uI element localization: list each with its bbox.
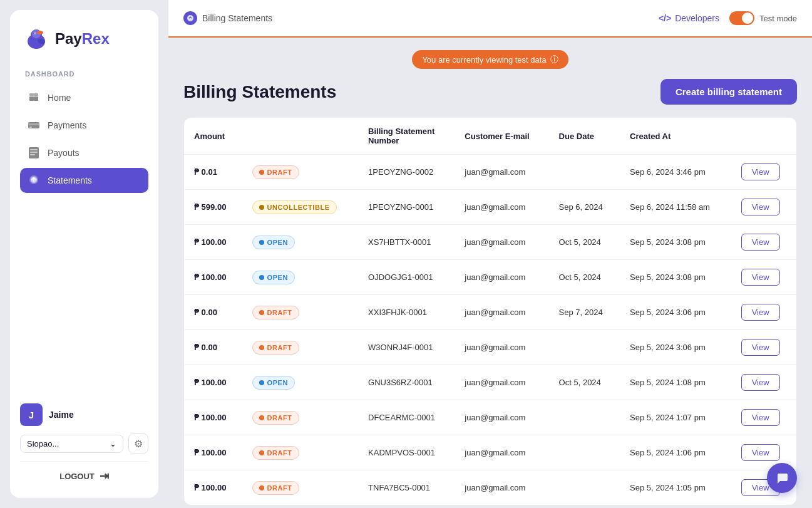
logo-text: PayRex [55, 30, 110, 48]
cell-amount: ₱ 100.00 [184, 260, 242, 295]
svg-point-5 [34, 33, 35, 33]
cell-number: XXI3FHJK-0001 [358, 295, 455, 330]
cell-action: View [731, 330, 796, 365]
status-dot [259, 170, 264, 175]
cell-number: GNU3S6RZ-0001 [358, 365, 455, 400]
cell-email: juan@gmail.com [455, 330, 548, 365]
cell-amount: ₱ 100.00 [184, 225, 242, 260]
status-dot [259, 380, 264, 385]
cell-amount: ₱ 599.00 [184, 190, 242, 225]
view-button[interactable]: View [741, 269, 780, 286]
cell-amount: ₱ 100.00 [184, 435, 242, 470]
table-row: ₱ 100.00 DRAFT DFCEARMC-0001 juan@gmail.… [184, 400, 796, 435]
status-dot [259, 345, 264, 350]
status-label: DRAFT [267, 168, 292, 176]
cell-status: DRAFT [242, 330, 359, 365]
test-data-banner: You are currently viewing test data ⓘ [412, 50, 568, 69]
svg-point-20 [187, 15, 193, 21]
create-billing-statement-button[interactable]: Create billing statement [660, 79, 797, 105]
cell-amount: ₱ 0.00 [184, 295, 242, 330]
table-row: ₱ 100.00 OPEN OJDOGJG1-0001 juan@gmail.c… [184, 260, 796, 295]
toggle-knob [742, 13, 753, 24]
table-row: ₱ 100.00 OPEN XS7HBTTX-0001 juan@gmail.c… [184, 225, 796, 260]
chat-button[interactable] [767, 463, 797, 493]
test-mode-toggle[interactable]: Test mode [729, 11, 797, 25]
view-button[interactable]: View [741, 444, 780, 461]
view-button[interactable]: View [741, 234, 780, 251]
sidebar-item-statements[interactable]: Statements [20, 168, 148, 193]
cell-created-at: Sep 5, 2024 1:08 pm [620, 365, 731, 400]
view-button[interactable]: View [741, 339, 780, 356]
cell-email: juan@gmail.com [455, 190, 548, 225]
sidebar-item-payments-label: Payments [48, 120, 86, 130]
main-content: Billing Statements </> Developers Test m… [168, 0, 812, 508]
view-button[interactable]: View [741, 409, 780, 426]
cell-email: juan@gmail.com [455, 260, 548, 295]
cell-amount: ₱ 0.00 [184, 330, 242, 365]
cell-created-at: Sep 5, 2024 3:08 pm [620, 260, 731, 295]
topbar: Billing Statements </> Developers Test m… [168, 0, 812, 38]
col-number: Billing StatementNumber [358, 118, 455, 155]
cell-created-at: Sep 5, 2024 1:05 pm [620, 470, 731, 505]
cell-action: View [731, 365, 796, 400]
cell-email: juan@gmail.com [455, 155, 548, 190]
status-dot [259, 240, 264, 245]
sidebar-item-payouts[interactable]: Payouts [20, 140, 148, 165]
breadcrumb-label: Billing Statements [202, 13, 272, 23]
toggle-switch[interactable] [729, 11, 754, 25]
cell-number: DFCEARMC-0001 [358, 400, 455, 435]
cell-amount: ₱ 100.00 [184, 365, 242, 400]
code-icon: </> [659, 13, 671, 23]
cell-action: View [731, 155, 796, 190]
logout-button[interactable]: LOGOUT ⇥ [20, 461, 148, 483]
home-icon [28, 91, 40, 104]
cell-number: XS7HBTTX-0001 [358, 225, 455, 260]
cell-email: juan@gmail.com [455, 295, 548, 330]
cell-created-at: Sep 6, 2024 3:46 pm [620, 155, 731, 190]
cell-action: View [731, 190, 796, 225]
cell-number: KADMPVOS-0001 [358, 435, 455, 470]
user-section: J Jaime Siopao... ⌄ ⚙ [20, 403, 148, 454]
view-button[interactable]: View [741, 163, 780, 180]
cell-due-date: Oct 5, 2024 [549, 225, 620, 260]
sidebar-item-home[interactable]: Home [20, 85, 148, 110]
cell-amount: ₱ 100.00 [184, 470, 242, 505]
logo-icon [23, 25, 50, 53]
view-button[interactable]: View [741, 374, 780, 391]
cell-email: juan@gmail.com [455, 400, 548, 435]
workspace-selector[interactable]: Siopao... ⌄ [20, 435, 123, 453]
view-button[interactable]: View [741, 304, 780, 321]
status-label: OPEN [267, 379, 288, 386]
sidebar-item-payments[interactable]: Payments [20, 113, 148, 138]
svg-point-3 [37, 31, 43, 34]
view-button[interactable]: View [741, 199, 780, 215]
sidebar: PayRex DASHBOARD Home Payments [10, 10, 158, 498]
gear-button[interactable]: ⚙ [128, 433, 148, 454]
avatar: J [20, 403, 43, 426]
status-label: DRAFT [267, 414, 292, 422]
topbar-right: </> Developers Test mode [659, 11, 797, 25]
table-row: ₱ 100.00 DRAFT KADMPVOS-0001 juan@gmail.… [184, 435, 796, 470]
svg-rect-16 [30, 152, 38, 153]
status-dot [259, 415, 264, 420]
cell-due-date [549, 435, 620, 470]
logo: PayRex [20, 25, 148, 53]
developers-link[interactable]: </> Developers [659, 13, 719, 23]
sidebar-item-statements-label: Statements [48, 175, 92, 185]
col-status [242, 118, 359, 155]
status-label: OPEN [267, 239, 288, 246]
developers-label: Developers [675, 13, 719, 23]
cell-email: juan@gmail.com [455, 470, 548, 505]
col-due-date: Due Date [549, 118, 620, 155]
col-email: Customer E-mail [455, 118, 548, 155]
dashboard-label: DASHBOARD [20, 70, 148, 78]
cell-created-at: Sep 5, 2024 3:06 pm [620, 330, 731, 365]
workspace-row: Siopao... ⌄ ⚙ [20, 433, 148, 454]
cell-due-date: Oct 5, 2024 [549, 260, 620, 295]
logout-icon: ⇥ [100, 469, 109, 483]
status-dot [259, 485, 264, 490]
col-created-at: Created At [620, 118, 731, 155]
cell-created-at: Sep 5, 2024 1:07 pm [620, 400, 731, 435]
table-row: ₱ 599.00 UNCOLLECTIBLE 1PEOYZNG-0001 jua… [184, 190, 796, 225]
table-row: ₱ 0.00 DRAFT W3ONRJ4F-0001 juan@gmail.co… [184, 330, 796, 365]
